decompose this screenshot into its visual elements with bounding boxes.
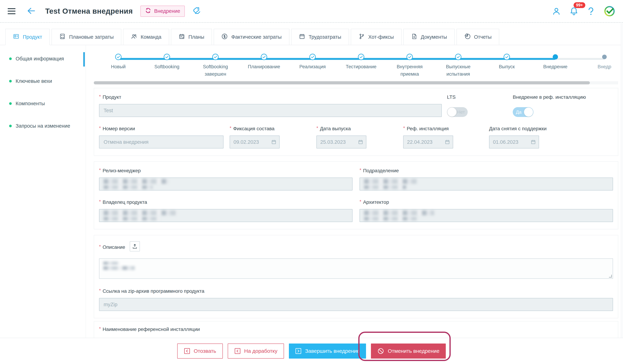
- tab-label: Продукт: [23, 34, 42, 40]
- sidebar-item-label: Компоненты: [16, 101, 45, 106]
- step-label: Внедр: [598, 63, 611, 71]
- zip-link-label: Ссылка на zip-архив программного продукт…: [99, 288, 613, 294]
- ref-installation-date-input[interactable]: 22.04.2023: [403, 136, 453, 148]
- step-label: Планирование: [248, 63, 280, 71]
- calendar-icon[interactable]: [271, 139, 276, 145]
- action-bar: Отозвать На доработку Завершить внедрени…: [0, 338, 623, 364]
- sidebar-item-components[interactable]: Компоненты: [0, 100, 86, 107]
- id-badge-icon: [13, 33, 19, 41]
- tab-documents[interactable]: Документы: [403, 29, 455, 45]
- green-dot-icon: [9, 58, 12, 60]
- brand-logo: [604, 5, 615, 17]
- help-icon[interactable]: [587, 7, 595, 16]
- product-input[interactable]: Test: [99, 104, 442, 117]
- redacted-value: [104, 179, 168, 189]
- product-owner-label: Владелец продукта: [99, 199, 353, 205]
- tab-labor-costs[interactable]: Трудозатраты: [291, 29, 349, 45]
- step-label: Выпускные испытания: [437, 63, 479, 78]
- tab-label: Хот-фиксы: [368, 34, 394, 40]
- withdraw-button[interactable]: Отозвать: [177, 344, 223, 359]
- release-date-input[interactable]: 25.03.2023: [316, 136, 366, 148]
- status-badge: Внедрение: [140, 6, 185, 17]
- toggle-state-label: Нет: [457, 109, 465, 115]
- calendar-icon[interactable]: [445, 139, 450, 145]
- calendar-icon[interactable]: [531, 139, 536, 145]
- user-icon[interactable]: [552, 7, 561, 15]
- current-step-dot: [553, 54, 558, 60]
- sidebar-item-label: Запросы на изменение: [16, 123, 70, 129]
- main-panel: Новый Softbooking Softbooking завершен П…: [86, 45, 623, 341]
- tab-product[interactable]: Продукт: [5, 29, 50, 45]
- step-softbooking: Softbooking: [146, 53, 188, 71]
- complete-implementation-button[interactable]: Завершить внедрение: [289, 344, 366, 359]
- card-description: Описание Ссылка на zip-архив программног…: [94, 235, 618, 318]
- dollar-circle-icon: [222, 33, 228, 41]
- ref-install-toggle-label: Внедрение в реф. инсталляцию: [513, 94, 613, 100]
- description-textarea[interactable]: [99, 258, 613, 279]
- step-softbooking-done: Softbooking завершен: [194, 53, 237, 78]
- product-label: Продукт: [99, 94, 447, 100]
- department-input[interactable]: [359, 178, 613, 190]
- tab-actual-costs[interactable]: Фактические затраты: [214, 29, 289, 45]
- release-date-label: Дата выпуска: [316, 126, 403, 132]
- toggle-state-label: Да: [516, 109, 521, 115]
- redacted-value: [364, 210, 434, 221]
- toggle-knob: [447, 107, 456, 117]
- lts-label: LTS: [447, 94, 513, 100]
- architect-input[interactable]: [359, 209, 613, 222]
- product-owner-input[interactable]: [99, 209, 353, 222]
- step-label: Выпуск: [499, 63, 515, 71]
- step-release: Выпуск: [486, 53, 528, 71]
- button-label: На доработку: [244, 348, 277, 354]
- green-dot-icon: [9, 125, 12, 127]
- step-planning: Планирование: [243, 53, 285, 71]
- ref-installation-name-label: Наименование референсной инсталляции: [99, 326, 613, 332]
- zip-link-input[interactable]: myZip: [99, 298, 613, 311]
- sidebar-item-label: Ключевые вехи: [16, 78, 52, 84]
- tab-planned-costs[interactable]: Плановые затраты: [51, 29, 121, 45]
- sidebar: Общая информация Ключевые вехи Компонент…: [0, 45, 86, 341]
- version-input[interactable]: Отмена внедрения: [99, 136, 223, 148]
- step-label: Softbooking завершен: [194, 63, 237, 78]
- step-new: Новый: [97, 53, 139, 71]
- calculator-icon: [59, 33, 66, 41]
- step-label: Реализация: [299, 63, 326, 71]
- notifications-bell-icon[interactable]: 99+: [570, 7, 578, 16]
- pie-chart-icon: [464, 33, 470, 41]
- page-title: Test Отмена внедрения: [45, 7, 133, 15]
- back-square-icon: [234, 348, 241, 354]
- hamburger-menu-icon[interactable]: [8, 8, 15, 14]
- calendar-icon[interactable]: [358, 139, 363, 145]
- redacted-value: [103, 262, 609, 270]
- vertical-scrollbar[interactable]: [621, 23, 623, 364]
- tab-reports[interactable]: Отчеты: [456, 29, 499, 45]
- tab-hotfixes[interactable]: Хот-фиксы: [351, 29, 401, 45]
- step-label: Новый: [111, 63, 126, 71]
- upload-button[interactable]: [130, 241, 140, 251]
- tab-plans[interactable]: Планы: [171, 29, 212, 45]
- rework-button[interactable]: На доработку: [228, 344, 284, 359]
- horizontal-scrollbar-thumb[interactable]: [94, 81, 590, 84]
- sidebar-item-key-milestones[interactable]: Ключевые вехи: [0, 77, 86, 85]
- back-arrow-icon[interactable]: [27, 7, 35, 15]
- date-value: 22.04.2023: [407, 139, 432, 145]
- description-label: Описание: [99, 241, 125, 251]
- redacted-value: [104, 210, 177, 221]
- ref-install-toggle[interactable]: Да: [513, 107, 534, 117]
- release-manager-input[interactable]: [99, 178, 353, 190]
- lts-toggle[interactable]: Нет: [447, 107, 468, 117]
- step-label: Тестирование: [346, 63, 376, 71]
- horizontal-scrollbar[interactable]: [94, 81, 618, 84]
- tab-label: Документы: [421, 34, 447, 40]
- tab-team[interactable]: Команда: [123, 29, 169, 45]
- cancel-implementation-button[interactable]: Отменить внедрение: [371, 344, 446, 359]
- forward-square-icon: [295, 348, 302, 354]
- support-end-date-input[interactable]: 01.06.2023: [489, 136, 539, 148]
- sidebar-item-change-requests[interactable]: Запросы на изменение: [0, 122, 86, 130]
- composition-fix-date-input[interactable]: 09.02.2023: [230, 136, 280, 148]
- back-square-icon: [184, 348, 190, 354]
- document-plus-icon: [411, 33, 417, 41]
- sidebar-item-general-info[interactable]: Общая информация: [0, 55, 86, 62]
- step-label: Внутренняя приемка: [389, 63, 431, 78]
- tags-icon[interactable]: [193, 7, 201, 16]
